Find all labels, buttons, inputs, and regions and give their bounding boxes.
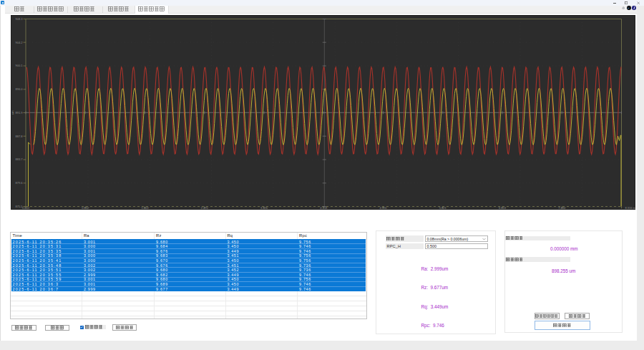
svg-text:891.9: 891.9 xyxy=(15,111,23,115)
svg-text:900.1: 900.1 xyxy=(15,64,23,67)
svg-text:1.663: 1.663 xyxy=(141,206,149,210)
svg-text:2.495: 2.495 xyxy=(201,206,209,210)
svg-text:7.484: 7.484 xyxy=(558,206,566,210)
svg-text:883.7: 883.7 xyxy=(15,157,23,161)
svg-text:um: um xyxy=(11,110,14,115)
svg-text:879.6: 879.6 xyxy=(15,181,23,185)
svg-text:896.0: 896.0 xyxy=(15,87,23,91)
svg-text:887.8: 887.8 xyxy=(15,135,23,138)
svg-text:904.2: 904.2 xyxy=(15,41,23,44)
svg-text:908.3: 908.3 xyxy=(15,17,23,21)
svg-text:0.000: 0.000 xyxy=(22,206,30,210)
svg-text:4.158: 4.158 xyxy=(320,206,328,210)
svg-text:0.832: 0.832 xyxy=(82,206,89,210)
svg-text:4.990: 4.990 xyxy=(379,206,387,210)
svg-text:6.653: 6.653 xyxy=(499,206,507,210)
svg-text:8.316 mm: 8.316 mm xyxy=(625,206,636,210)
svg-text:3.326: 3.326 xyxy=(260,206,268,210)
svg-text:5.821: 5.821 xyxy=(439,206,447,210)
